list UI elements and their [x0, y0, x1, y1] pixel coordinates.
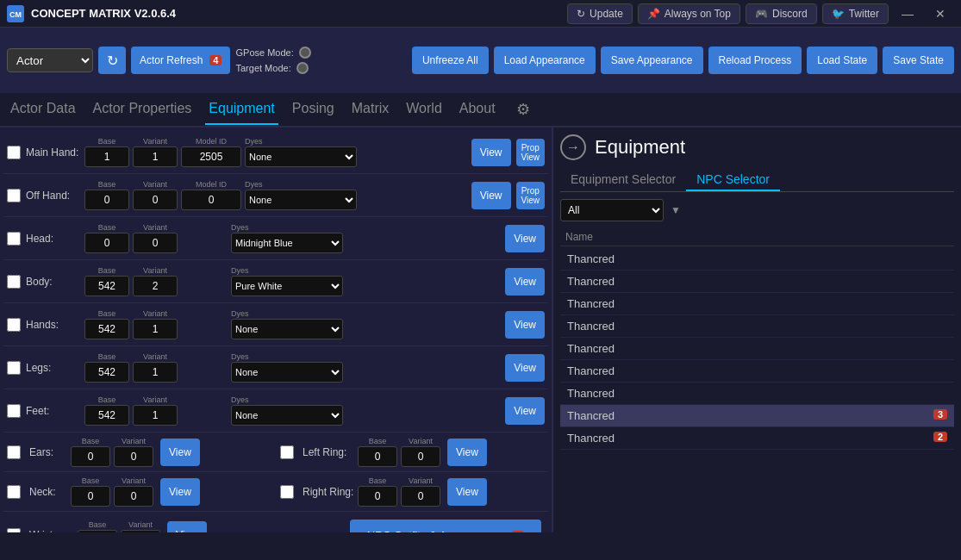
- feet-variant-input[interactable]: [133, 405, 178, 426]
- save-appearance-button[interactable]: Save Appearance: [601, 47, 703, 74]
- legs-dyes-select[interactable]: NoneMidnight BluePure White: [231, 362, 343, 383]
- body-base-input[interactable]: [84, 276, 129, 296]
- tab-matrix[interactable]: Matrix: [348, 94, 393, 125]
- list-item[interactable]: Thancred: [560, 293, 954, 315]
- legs-view-button[interactable]: View: [505, 354, 545, 382]
- off-hand-base-input[interactable]: [84, 190, 129, 210]
- hands-view-button[interactable]: View: [505, 311, 545, 339]
- wrists-variant-input[interactable]: [121, 530, 160, 533]
- actor-select[interactable]: Actor: [7, 48, 93, 72]
- feet-checkbox[interactable]: [7, 404, 21, 418]
- npc-selector-tab[interactable]: NPC Selector: [686, 169, 780, 191]
- neck-base-input[interactable]: [71, 486, 110, 507]
- target-mode-dot: [296, 62, 309, 74]
- main-hand-prop-view-button[interactable]: PropView: [516, 139, 546, 166]
- tab-world[interactable]: World: [402, 94, 446, 125]
- right-ring-base-label: Base: [369, 476, 387, 485]
- tab-about[interactable]: About: [456, 94, 499, 125]
- feet-view-button[interactable]: View: [505, 397, 545, 425]
- body-variant-input[interactable]: [133, 276, 178, 296]
- minimize-button[interactable]: —: [894, 0, 921, 28]
- left-ring-variant-input[interactable]: [401, 446, 440, 467]
- right-ring-view-button[interactable]: View: [447, 478, 487, 506]
- list-item[interactable]: Thancred: [560, 338, 954, 360]
- ears-variant-input[interactable]: [114, 446, 153, 467]
- refresh-button[interactable]: ↻: [98, 47, 126, 74]
- list-item[interactable]: Thancred 2: [560, 427, 954, 450]
- load-state-button[interactable]: Load State: [807, 47, 877, 74]
- ears-base-input[interactable]: [71, 446, 110, 467]
- tab-actor-properties[interactable]: Actor Properties: [90, 94, 196, 125]
- wrists-base-input[interactable]: [78, 530, 117, 533]
- off-hand-prop-view-button[interactable]: PropView: [516, 182, 546, 209]
- tab-actor-data[interactable]: Actor Data: [7, 94, 79, 125]
- neck-view-button[interactable]: View: [160, 478, 200, 506]
- off-hand-variant-input[interactable]: [133, 190, 178, 210]
- off-hand-model-input[interactable]: [181, 190, 241, 210]
- list-item[interactable]: Thancred: [560, 248, 954, 271]
- main-hand-variant-input[interactable]: [133, 146, 178, 167]
- off-hand-view-button[interactable]: View: [471, 182, 511, 209]
- filter-select[interactable]: All: [560, 199, 664, 221]
- npc-list[interactable]: Thancred Thancred Thancred Thancred Than…: [560, 248, 954, 526]
- main-hand-model-input[interactable]: [181, 146, 241, 167]
- head-dyes-select[interactable]: NoneMidnight BluePure White: [231, 233, 343, 253]
- feet-base-input[interactable]: [84, 405, 129, 426]
- close-button[interactable]: ✕: [927, 0, 954, 28]
- main-hand-checkbox[interactable]: [7, 146, 21, 159]
- npc-outfits-button[interactable]: NPC Outfits & Appearances 1: [350, 520, 541, 532]
- mode-indicators: GPose Mode: Target Mode:: [235, 47, 310, 74]
- equipment-selector-tab[interactable]: Equipment Selector: [560, 169, 686, 191]
- app-icon: CM: [7, 5, 24, 22]
- always-on-top-button[interactable]: 📌 Always on Top: [638, 3, 740, 24]
- main-hand-base-input[interactable]: [84, 146, 129, 167]
- list-item[interactable]: Thancred: [560, 360, 954, 383]
- head-view-button[interactable]: View: [505, 225, 545, 252]
- body-checkbox[interactable]: [7, 275, 21, 289]
- legs-variant-input[interactable]: [133, 362, 178, 383]
- main-hand-view-button[interactable]: View: [471, 139, 511, 166]
- legs-checkbox[interactable]: [7, 361, 21, 375]
- twitter-button[interactable]: 🐦 Twitter: [822, 3, 889, 24]
- reload-process-button[interactable]: Reload Process: [708, 47, 802, 74]
- neck-variant-input[interactable]: [114, 486, 153, 507]
- head-checkbox[interactable]: [7, 232, 21, 246]
- list-item[interactable]: Thancred: [560, 271, 954, 293]
- hands-variant-input[interactable]: [133, 319, 178, 339]
- load-appearance-button[interactable]: Load Appearance: [494, 47, 596, 74]
- head-variant-input[interactable]: [133, 233, 178, 253]
- off-hand-checkbox[interactable]: [7, 189, 21, 202]
- actor-refresh-button[interactable]: Actor Refresh 4: [131, 47, 230, 74]
- hands-base-input[interactable]: [84, 319, 129, 339]
- update-button[interactable]: ↻ Update: [567, 3, 633, 24]
- left-ring-view-button[interactable]: View: [447, 439, 487, 466]
- list-item[interactable]: Thancred: [560, 383, 954, 405]
- tab-equipment[interactable]: Equipment: [205, 94, 278, 125]
- main-hand-dyes-select[interactable]: NoneMidnight BluePure White: [245, 146, 357, 167]
- ears-checkbox[interactable]: [7, 445, 21, 459]
- left-ring-base-input[interactable]: [358, 446, 397, 467]
- list-item[interactable]: Thancred: [560, 315, 954, 338]
- ears-view-button[interactable]: View: [160, 439, 200, 466]
- head-base-input[interactable]: [84, 233, 129, 253]
- neck-checkbox[interactable]: [7, 485, 21, 499]
- right-ring-base-input[interactable]: [358, 486, 397, 507]
- right-ring-checkbox[interactable]: [280, 485, 294, 499]
- right-ring-variant-input[interactable]: [401, 486, 440, 507]
- discord-button[interactable]: 🎮 Discord: [746, 3, 817, 24]
- save-state-button[interactable]: Save State: [883, 47, 954, 74]
- hands-checkbox[interactable]: [7, 318, 21, 332]
- legs-base-input[interactable]: [84, 362, 129, 383]
- body-view-button[interactable]: View: [505, 268, 545, 296]
- left-ring-checkbox[interactable]: [280, 445, 294, 459]
- hands-dyes-select[interactable]: NoneMidnight BluePure White: [231, 319, 343, 339]
- feet-dyes-select[interactable]: NoneMidnight BluePure White: [231, 405, 343, 426]
- wrists-checkbox[interactable]: [7, 528, 21, 532]
- body-dyes-select[interactable]: NoneMidnight BluePure White: [231, 276, 343, 296]
- unfreeze-all-button[interactable]: Unfreeze All: [412, 47, 489, 74]
- wrists-view-button[interactable]: View: [167, 521, 207, 532]
- tab-posing[interactable]: Posing: [289, 94, 338, 125]
- list-item-selected[interactable]: Thancred 3: [560, 405, 954, 427]
- settings-icon[interactable]: ⚙: [516, 100, 530, 119]
- off-hand-dyes-select[interactable]: NoneMidnight BluePure White: [245, 190, 357, 210]
